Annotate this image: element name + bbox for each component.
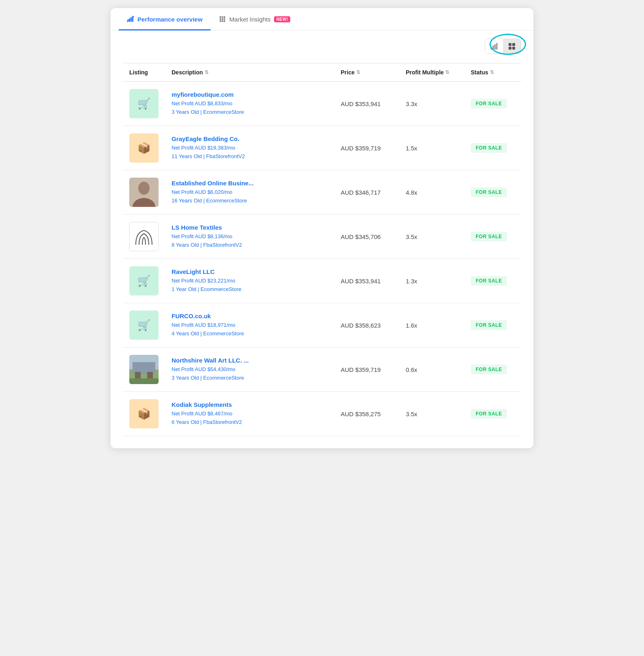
price-cell: AUD $358,623 <box>334 303 399 348</box>
view-toggle <box>485 39 521 54</box>
svg-rect-17 <box>509 43 511 46</box>
svg-rect-12 <box>224 20 225 22</box>
listing-sub: Net Profit AUD $54,430/mo3 Years Old | E… <box>172 366 244 381</box>
status-sort[interactable]: Status <box>471 69 494 76</box>
description-sort[interactable]: Description <box>172 69 209 76</box>
grid-view-icon <box>508 42 516 50</box>
description-cell[interactable]: Northshire Wall Art LLC. ... Net Profit … <box>165 348 334 392</box>
thumbnail-northshire <box>129 355 159 384</box>
price-cell: AUD $345,706 <box>334 215 399 259</box>
thumbnail-cell <box>123 170 165 215</box>
thumbnail-arch-logo <box>129 222 159 251</box>
thumbnail-cell: 📦 <box>123 392 165 436</box>
status-cell: FOR SALE <box>464 303 521 348</box>
description-cell[interactable]: FURCO.co.uk Net Profit AUD $18,971/mo4 Y… <box>165 303 334 348</box>
status-cell: FOR SALE <box>464 392 521 436</box>
description-cell[interactable]: Established Online Busine... Net Profit … <box>165 170 334 215</box>
status-cell: FOR SALE <box>464 82 521 126</box>
col-header-description[interactable]: Description <box>165 63 334 82</box>
sort-icon-status <box>490 70 494 75</box>
description-cell[interactable]: RaveLight LLC Net Profit AUD $23,221/mo1… <box>165 259 334 303</box>
svg-rect-6 <box>224 16 225 18</box>
description-cell[interactable]: LS Home Textiles Net Profit AUD $8,136/m… <box>165 215 334 259</box>
svg-rect-14 <box>493 46 494 50</box>
listing-name-link[interactable]: FURCO.co.uk <box>172 313 328 319</box>
table-row[interactable]: Northshire Wall Art LLC. ... Net Profit … <box>123 348 521 392</box>
svg-rect-10 <box>220 20 221 22</box>
svg-rect-19 <box>509 47 511 50</box>
multiple-cell: 1.3x <box>399 259 464 303</box>
status-badge: FOR SALE <box>471 365 507 374</box>
thumbnail-green: 🛒 <box>129 266 159 295</box>
svg-rect-5 <box>222 16 223 18</box>
table-row[interactable]: 📦 Kodiak Supplements Net Profit AUD $8,4… <box>123 392 521 436</box>
tab-market-insights[interactable]: Market Insights NEW! <box>211 8 298 30</box>
col-header-status[interactable]: Status <box>464 63 521 82</box>
multiple-cell: 0.6x <box>399 348 464 392</box>
price-sort[interactable]: Price <box>341 69 360 76</box>
thumbnail-cell: 📦 <box>123 126 165 170</box>
listing-name-link[interactable]: Established Online Busine... <box>172 180 328 187</box>
multiple-cell: 1.6x <box>399 303 464 348</box>
tab-market-label: Market Insights <box>229 16 271 23</box>
listing-sub: Net Profit AUD $19,383/mo11 Years Old | … <box>172 145 245 159</box>
multiple-sort[interactable]: Profit Multiple <box>406 69 449 76</box>
listing-table: Listing Description Price <box>123 63 521 436</box>
status-badge: FOR SALE <box>471 99 507 109</box>
table-row[interactable]: 📦 GrayEagle Bedding Co. Net Profit AUD $… <box>123 126 521 170</box>
listing-name-link[interactable]: Kodiak Supplements <box>172 401 328 408</box>
grid-dots-icon <box>219 15 226 23</box>
tab-performance-label: Performance overview <box>137 16 202 23</box>
thumbnail-cell: 🛒 <box>123 303 165 348</box>
table-row[interactable]: 🛒 myfioreboutique.com Net Profit AUD $8,… <box>123 82 521 126</box>
description-cell[interactable]: GrayEagle Bedding Co. Net Profit AUD $19… <box>165 126 334 170</box>
svg-rect-4 <box>220 16 221 18</box>
sort-icon-multiple <box>445 70 449 75</box>
tab-performance-overview[interactable]: Performance overview <box>119 8 211 30</box>
listing-sub: Net Profit AUD $8,136/mo8 Years Old | Fb… <box>172 233 242 248</box>
svg-rect-11 <box>222 20 223 22</box>
col-header-profit-multiple[interactable]: Profit Multiple <box>399 63 464 82</box>
thumbnail-green: 🛒 <box>129 311 159 340</box>
price-cell: AUD $358,275 <box>334 392 399 436</box>
bar-chart-icon <box>490 42 498 50</box>
svg-rect-18 <box>512 43 515 46</box>
listing-name-link[interactable]: GrayEagle Bedding Co. <box>172 135 328 142</box>
listing-name-link[interactable]: myfioreboutique.com <box>172 91 328 98</box>
description-cell[interactable]: Kodiak Supplements Net Profit AUD $8,467… <box>165 392 334 436</box>
listing-sub: Net Profit AUD $8,467/mo6 Years Old | Fb… <box>172 411 242 425</box>
svg-rect-20 <box>512 47 515 50</box>
table-row[interactable]: 🛒 RaveLight LLC Net Profit AUD $23,221/m… <box>123 259 521 303</box>
svg-rect-1 <box>129 18 130 22</box>
thumbnail-person <box>129 178 159 207</box>
grid-view-button[interactable] <box>503 39 521 54</box>
multiple-cell: 4.8x <box>399 170 464 215</box>
status-badge: FOR SALE <box>471 187 507 197</box>
main-content: Listing Description Price <box>111 30 533 448</box>
table-row[interactable]: Established Online Busine... Net Profit … <box>123 170 521 215</box>
multiple-cell: 3.3x <box>399 82 464 126</box>
thumbnail-cell <box>123 215 165 259</box>
listing-name-link[interactable]: Northshire Wall Art LLC. ... <box>172 357 328 364</box>
multiple-cell: 3.5x <box>399 215 464 259</box>
status-cell: FOR SALE <box>464 126 521 170</box>
col-header-listing: Listing <box>123 63 165 82</box>
bar-chart-view-button[interactable] <box>485 39 503 54</box>
thumbnail-cell <box>123 348 165 392</box>
thumbnail-green: 🛒 <box>129 89 159 118</box>
listing-sub: Net Profit AUD $23,221/mo1 Year Old | Ec… <box>172 278 242 292</box>
status-badge: FOR SALE <box>471 409 507 419</box>
status-badge: FOR SALE <box>471 143 507 153</box>
sort-icon-description <box>205 70 209 75</box>
listing-name-link[interactable]: LS Home Textiles <box>172 224 328 231</box>
table-row[interactable]: LS Home Textiles Net Profit AUD $8,136/m… <box>123 215 521 259</box>
table-header-row: Listing Description Price <box>123 63 521 82</box>
svg-rect-7 <box>220 18 221 20</box>
multiple-cell: 3.5x <box>399 392 464 436</box>
table-row[interactable]: 🛒 FURCO.co.uk Net Profit AUD $18,971/mo4… <box>123 303 521 348</box>
svg-rect-15 <box>494 44 496 50</box>
description-cell[interactable]: myfioreboutique.com Net Profit AUD $8,83… <box>165 82 334 126</box>
col-header-price[interactable]: Price <box>334 63 399 82</box>
listing-name-link[interactable]: RaveLight LLC <box>172 268 328 275</box>
thumbnail-cell: 🛒 <box>123 259 165 303</box>
